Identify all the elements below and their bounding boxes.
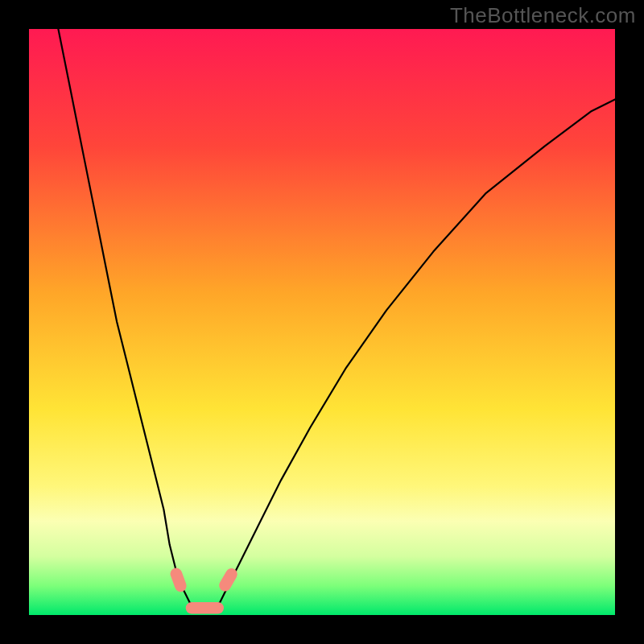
watermark-text: TheBottleneck.com — [450, 3, 636, 28]
bottom-marker — [186, 602, 224, 614]
bottleneck-chart — [0, 0, 644, 644]
chart-stage: TheBottleneck.com — [0, 0, 644, 644]
